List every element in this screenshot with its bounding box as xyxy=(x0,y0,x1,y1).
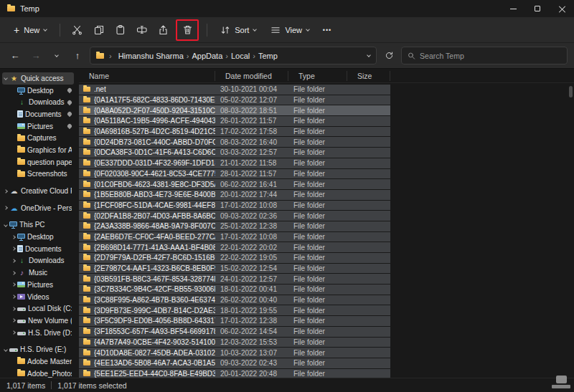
file-row[interactable]: {1B5EB80B-ABD3-4E73-9E6E-B400B45B1...20-… xyxy=(79,190,390,201)
sidebar-item-downloads[interactable]: ↓Downloads xyxy=(2,255,74,267)
tree-expander-icon[interactable] xyxy=(4,206,8,210)
sidebar-item-question-papers[interactable]: question papers xyxy=(2,156,74,168)
sort-button[interactable]: Sort xyxy=(214,21,263,39)
sidebar-item-videos[interactable]: Videos xyxy=(2,291,74,303)
file-row[interactable]: {2E7987C4-AAF1-4323-B6CB-8EB0F92F23...15… xyxy=(79,264,390,274)
file-row[interactable]: {3C7B334C-9B4C-42CF-BB55-93006E3E9...18-… xyxy=(79,285,390,295)
tree-expander-icon[interactable] xyxy=(11,307,16,311)
file-row[interactable]: {5EE1E25-EED4-44C0-8FAB-E49BD39420...20-… xyxy=(79,369,390,378)
tree-expander-icon[interactable] xyxy=(4,77,8,81)
file-row[interactable]: {3F5C9DF9-ED0B-4056-BB8D-64331725E5...17… xyxy=(79,316,390,327)
tree-expander-icon[interactable] xyxy=(4,348,8,352)
maximize-button[interactable] xyxy=(525,0,550,17)
address-bar[interactable]: › Himanshu Sharma›AppData›Local›Temp xyxy=(90,47,377,64)
file-row[interactable]: {0A8A052D-2F07-450D-9204-31510C4DA...08-… xyxy=(79,105,390,116)
file-row[interactable]: {2D79F79A-D2FB-42F7-BC6D-1516B6710...22-… xyxy=(79,253,390,264)
sidebar-item-h-s-drive-e-[interactable]: H.S. Drive (E:) xyxy=(2,343,74,355)
sidebar-item-label: Downloads xyxy=(29,257,72,264)
file-row[interactable]: {0E337DDD-031D-4F32-969F-1DFD189964...21… xyxy=(79,158,390,169)
breadcrumb-segment[interactable]: Local xyxy=(230,52,251,60)
sidebar-item-pictures[interactable]: Pictures xyxy=(2,279,74,291)
sidebar-item-this-pc[interactable]: This PC xyxy=(2,219,74,231)
file-row[interactable]: {0A5118AC-19B5-4996-ACFE-4940439D9...26-… xyxy=(79,116,390,127)
tree-expander-icon[interactable] xyxy=(11,283,16,287)
paste-button[interactable] xyxy=(110,21,130,39)
sidebar-item-adobe-photosh[interactable]: Adobe_Photosh xyxy=(2,368,74,378)
sidebar-item-local-disk-c-[interactable]: Local Disk (C:) xyxy=(2,302,74,315)
tree-expander-icon[interactable] xyxy=(11,259,16,263)
breadcrumb-segment[interactable]: Himanshu Sharma xyxy=(117,52,185,60)
cut-button[interactable] xyxy=(67,21,87,39)
up-button[interactable]: ↑ xyxy=(69,47,86,64)
tree-expander-icon[interactable] xyxy=(11,235,16,239)
minimize-button[interactable] xyxy=(501,0,525,17)
vertical-scrollbar[interactable] xyxy=(569,86,573,375)
file-row[interactable]: {4D10DA8E-0827-45DB-ADEA-03102DC2...10-0… xyxy=(79,348,390,358)
sidebar-item-captures[interactable]: Captures xyxy=(2,132,74,144)
file-row[interactable]: {2A3A338B-9866-48AB-9A79-8F007CBD8...25-… xyxy=(79,221,390,232)
tree-expander-icon[interactable] xyxy=(4,189,8,193)
copy-button[interactable] xyxy=(88,21,108,39)
breadcrumb-segment[interactable]: AppData xyxy=(190,52,224,60)
sidebar-item-onedrive-person[interactable]: ☁OneDrive - Person xyxy=(2,202,74,214)
sidebar-item-creative-cloud-fil[interactable]: ☁Creative Cloud Fil xyxy=(2,185,74,197)
file-row[interactable]: {0D24DB73-081C-440C-ABBD-D70FC2371...08-… xyxy=(79,137,390,148)
file-row[interactable]: {4A7B7A49-0CBE-4F42-9032-5141008D4D...12… xyxy=(79,338,390,348)
file-row[interactable]: {0DCA38F3-0D1C-41F6-A413-C6D6CFB4...03-0… xyxy=(79,148,390,158)
column-header-size[interactable]: Size xyxy=(347,71,390,81)
forward-button[interactable]: → xyxy=(27,47,44,64)
sidebar-item-new-volume-d-[interactable]: New Volume (D:) xyxy=(2,315,74,327)
tree-expander-icon[interactable] xyxy=(11,319,16,323)
back-button[interactable]: ← xyxy=(6,47,24,64)
sidebar-item-downloads[interactable]: ↓Downloads xyxy=(2,96,74,108)
sidebar-item-music[interactable]: ♪Music xyxy=(2,267,74,279)
column-header-name[interactable]: Name xyxy=(79,71,215,81)
tree-expander-icon[interactable] xyxy=(11,247,16,251)
file-row[interactable]: {0A1A17F5-682C-4833-86D0-71430E31EF...05… xyxy=(79,95,390,106)
recent-locations-button[interactable] xyxy=(48,47,65,64)
file-row[interactable]: .net30-10-2021 00:04File folder xyxy=(79,85,390,95)
tree-expander-icon[interactable] xyxy=(11,271,16,275)
scrollbar-thumb[interactable] xyxy=(569,86,573,97)
file-row[interactable]: {3F18553C-657F-4A93-BF54-66991780AE6...0… xyxy=(79,327,390,338)
sidebar-item-pictures[interactable]: Pictures xyxy=(2,120,74,133)
file-row[interactable]: {0F020308-90C4-4621-8C53-4CE7775A6A...28… xyxy=(79,169,390,180)
file-row[interactable]: {2AEB6D7E-CF0C-4FA0-BEED-277CAC5E3...17-… xyxy=(79,232,390,243)
file-row[interactable]: {4EE13AD6-5B08-46A7-ACA3-0B1A55237...09-… xyxy=(79,358,390,369)
sidebar-item-desktop[interactable]: Desktop xyxy=(2,231,74,243)
new-button[interactable]: + New xyxy=(7,21,53,39)
column-header-date-modified[interactable]: Date modified xyxy=(215,71,288,81)
file-row[interactable]: {2B698D14-7771-41A3-AAA1-BF4B08CA0...22-… xyxy=(79,242,390,253)
file-row[interactable]: {3D9FB73E-999C-4DB7-B14C-D2AE3FC7A...18-… xyxy=(79,305,390,316)
onedrive-icon: ☁ xyxy=(9,204,19,212)
sidebar-item-h-s-drive-d-[interactable]: H.S. Drive (D:) xyxy=(2,327,74,339)
address-dropdown-icon[interactable] xyxy=(367,53,371,57)
sidebar-item-quick-access[interactable]: ★Quick access xyxy=(2,72,74,85)
breadcrumb-segment[interactable]: Temp xyxy=(257,52,279,60)
file-row[interactable]: {03B591FB-B8C3-467F-8534-328774E9BD...24… xyxy=(79,274,390,285)
close-button[interactable] xyxy=(550,0,574,17)
rename-button[interactable] xyxy=(131,21,151,39)
tree-expander-icon[interactable] xyxy=(4,223,8,227)
file-row[interactable]: {1FCF08FC-51DA-4CAE-9981-44EF8DCA5...17-… xyxy=(79,201,390,211)
sidebar-item-graphics-for-af[interactable]: Graphics for AF xyxy=(2,144,74,156)
tree-expander-icon[interactable] xyxy=(11,295,16,299)
delete-button[interactable] xyxy=(177,21,197,39)
sidebar-item-desktop[interactable]: Desktop xyxy=(2,85,74,97)
file-row[interactable]: {3C88F995-A862-4B7B-B360-4E6374D143...26… xyxy=(79,295,390,306)
sidebar-item-adobe-master-2[interactable]: Adobe Master 2 xyxy=(2,355,74,368)
view-button[interactable]: View xyxy=(264,21,316,39)
refresh-button[interactable] xyxy=(380,47,397,64)
file-row[interactable]: {01C0FBD6-4623-4381-9E8C-DF3D5A8F8...06-… xyxy=(79,179,390,190)
file-row[interactable]: {0A69816B-527B-4D2C-8519-4D21C5646B...17… xyxy=(79,127,390,138)
more-options-button[interactable]: ••• xyxy=(317,21,337,39)
column-header-type[interactable]: Type xyxy=(288,71,347,81)
file-row[interactable]: {02DFA1B8-2B07-4D03-AFBB-8A6BC7C0...09-0… xyxy=(79,211,390,221)
search-box[interactable] xyxy=(401,47,568,64)
sidebar-item-screenshots[interactable]: Screenshots xyxy=(2,168,74,181)
tree-expander-icon[interactable] xyxy=(11,330,16,335)
search-input[interactable] xyxy=(420,52,561,60)
sidebar-item-documents[interactable]: Documents xyxy=(2,243,74,255)
sidebar-item-documents[interactable]: Documents xyxy=(2,108,74,120)
share-button[interactable] xyxy=(153,21,173,39)
